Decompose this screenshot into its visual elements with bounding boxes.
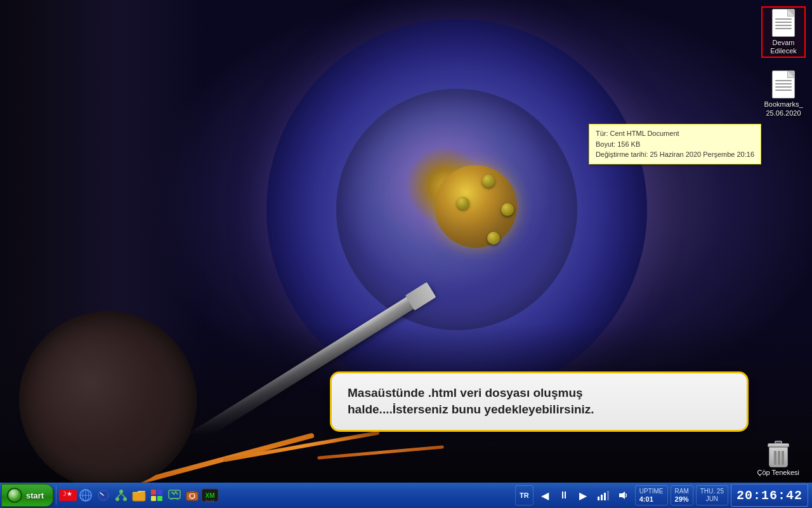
speech-line-1: Masaüstünde .html veri dosyası oluşmuş [348,386,583,399]
system-tray: TR ◀ ⏸ ▶ UPTIME 4:01 RAM 29% [515,484,812,507]
taskbar-icon-folder[interactable] [130,486,148,504]
taskbar-icon-xm[interactable]: XMPLAY [201,486,219,504]
taskbar-icon-browser[interactable] [77,486,95,504]
svg-text:PLAY: PLAY [206,499,215,502]
desktop-icon-devam[interactable]: Devam Edilecek [761,6,806,58]
hdd-screw [501,203,514,216]
devam-icon-label: Devam Edilecek [764,39,803,55]
uptime-value: 4:01 [639,495,664,503]
svg-rect-15 [157,496,162,501]
windows-orb [7,488,22,503]
taskbar-icon-speedometer[interactable] [95,486,112,504]
desktop-icons-area: Devam Edilecek Bookmarks_ 25.06.2020 [761,6,806,117]
tray-uptime: UPTIME 4:01 [635,485,668,505]
speech-line-2: halde....İsterseniz bunu yedekleyebilirs… [348,403,594,416]
date-label: THU. 25 JUN [700,488,724,503]
tray-signal-icon [594,486,612,504]
turkish-flag: ☽★ [59,490,77,501]
svg-point-6 [119,490,123,493]
desktop-background [0,0,812,508]
ram-label: RAM [675,488,689,495]
svg-marker-27 [619,491,625,499]
svg-rect-12 [151,490,156,495]
start-button[interactable]: start [1,484,53,507]
uptime-label: UPTIME [639,488,664,495]
svg-rect-19 [190,491,195,493]
svg-line-10 [121,493,125,497]
hdd-screw [482,175,495,187]
tooltip-size: Boyut: 156 KB [596,139,754,150]
svg-rect-14 [151,496,156,501]
devam-file-icon [772,9,795,37]
svg-rect-26 [607,491,609,500]
svg-text:XM: XM [206,492,215,499]
tray-prev-btn[interactable]: ◀ [536,486,554,504]
svg-rect-25 [604,493,606,500]
speech-bubble-text: Masaüstünde .html veri dosyası oluşmuş h… [348,385,731,418]
file-tooltip: Tür: Cent HTML Document Boyut: 156 KB De… [589,124,761,164]
tray-next-btn[interactable]: ▶ [574,486,592,504]
bookmarks-icon-label: Bookmarks_ 25.06.2020 [761,100,806,117]
svg-point-8 [123,497,127,501]
taskbar-flag-tr[interactable]: ☽★ [59,486,77,504]
tooltip-modified: Değiştirme tarihi: 25 Haziran 2020 Perşe… [596,149,754,160]
svg-rect-23 [598,497,599,500]
svg-rect-11 [133,492,145,501]
tray-clock: 20:16:42 [731,484,808,507]
taskbar: start ☽★ XMPLAY TR [0,483,812,508]
tooltip-type: Tür: Cent HTML Document [596,128,754,139]
bookmarks-file-icon [772,70,795,98]
tray-ram: RAM 29% [671,485,693,505]
trash-label: Çöp Tenekesi [757,469,799,476]
hdd-screw [457,197,469,210]
tray-language[interactable]: TR [515,485,534,505]
clock-time: 20:16:42 [737,488,802,503]
taskbar-icon-grid[interactable] [148,486,166,504]
taskbar-sep-1 [56,486,56,505]
start-label: start [26,491,44,500]
ram-value: 29% [675,495,689,503]
tray-lang-value: TR [520,491,529,499]
taskbar-icon-camera[interactable] [183,486,201,504]
tray-date: THU. 25 JUN [696,485,728,505]
svg-point-7 [115,497,119,501]
tray-nav-controls: ◀ ⏸ ▶ [536,486,592,504]
trash-body [769,447,788,467]
taskbar-icon-monitor[interactable] [166,486,183,504]
svg-line-9 [117,493,121,497]
svg-rect-13 [157,490,162,495]
hdd-bottom-component [19,311,197,489]
taskbar-icon-network[interactable] [112,486,130,504]
svg-rect-24 [601,495,603,500]
desktop-icon-bookmarks[interactable]: Bookmarks_ 25.06.2020 [761,70,806,117]
hdd-screw [487,232,500,244]
trash-icon[interactable]: Çöp Tenekesi [757,441,799,476]
tray-play-btn[interactable]: ⏸ [555,486,573,504]
speech-bubble: Masaüstünde .html veri dosyası oluşmuş h… [330,371,749,432]
trash-can-graphic [767,441,790,467]
tray-volume-icon[interactable] [615,486,632,504]
